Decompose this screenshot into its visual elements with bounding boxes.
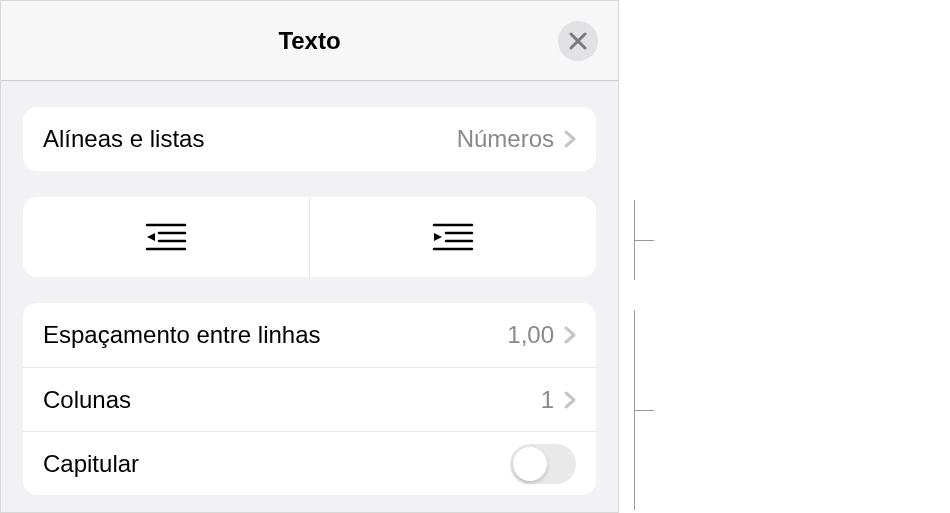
indent-group xyxy=(23,197,596,277)
panel-title: Texto xyxy=(278,27,340,55)
outdent-icon xyxy=(145,222,187,252)
outdent-button[interactable] xyxy=(23,197,309,277)
chevron-right-icon xyxy=(564,391,576,409)
callout-line xyxy=(634,410,654,411)
line-spacing-label: Espaçamento entre linhas xyxy=(43,321,507,349)
panel-content: Alíneas e listas Números xyxy=(1,107,618,495)
bullets-label: Alíneas e listas xyxy=(43,125,457,153)
chevron-right-icon xyxy=(564,130,576,148)
panel-header: Texto xyxy=(1,1,618,81)
indent-icon xyxy=(432,222,474,252)
bullets-group: Alíneas e listas Números xyxy=(23,107,596,171)
toggle-knob xyxy=(513,447,547,481)
callout-line xyxy=(634,240,654,241)
columns-row[interactable]: Colunas 1 xyxy=(23,367,596,431)
line-spacing-row[interactable]: Espaçamento entre linhas 1,00 xyxy=(23,303,596,367)
indent-button[interactable] xyxy=(309,197,596,277)
text-panel: Texto Alíneas e listas Números xyxy=(0,0,619,513)
close-icon xyxy=(569,32,587,50)
dropcap-row: Capitular xyxy=(23,431,596,495)
dropcap-toggle[interactable] xyxy=(510,444,576,484)
columns-label: Colunas xyxy=(43,386,541,414)
bullets-value: Números xyxy=(457,125,554,153)
chevron-right-icon xyxy=(564,326,576,344)
bullets-lists-row[interactable]: Alíneas e listas Números xyxy=(23,107,596,171)
close-button[interactable] xyxy=(558,21,598,61)
dropcap-label: Capitular xyxy=(43,450,510,478)
paragraph-group: Espaçamento entre linhas 1,00 Colunas 1 … xyxy=(23,303,596,495)
line-spacing-value: 1,00 xyxy=(507,321,554,349)
columns-value: 1 xyxy=(541,386,554,414)
